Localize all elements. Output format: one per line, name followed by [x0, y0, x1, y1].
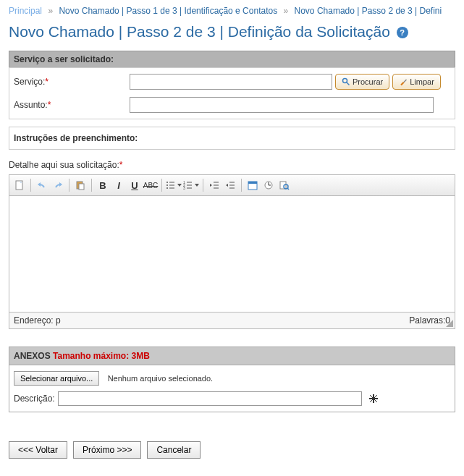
- editor-toolbar: B I U ABC 123: [9, 175, 455, 196]
- detail-label: Detalhe aqui sua solicitação:*: [9, 160, 455, 170]
- date-icon[interactable]: [245, 178, 260, 192]
- svg-line-1: [347, 82, 350, 85]
- descricao-label: Descrição:: [14, 394, 55, 404]
- servico-label: Serviço:*: [14, 77, 130, 87]
- bullet-list-icon[interactable]: [166, 180, 182, 190]
- newdoc-icon[interactable]: [12, 178, 27, 192]
- cancel-button[interactable]: Cancelar: [147, 441, 201, 459]
- redo-icon[interactable]: [51, 178, 65, 192]
- descricao-input[interactable]: [58, 391, 362, 406]
- instructions-box: Instruções de preenchimento:: [9, 127, 455, 150]
- strike-icon[interactable]: ABC: [143, 178, 158, 192]
- rich-text-editor: B I U ABC 123 Endereço: p Palavras:0: [9, 174, 455, 329]
- limpar-button[interactable]: Limpar: [392, 74, 441, 90]
- underline-icon[interactable]: U: [127, 178, 142, 192]
- svg-line-2: [404, 80, 407, 82]
- svg-rect-25: [248, 182, 257, 184]
- assunto-input[interactable]: [130, 97, 434, 113]
- breadcrumb-sep: »: [284, 6, 289, 16]
- breadcrumb-sep: »: [48, 6, 53, 16]
- svg-point-10: [166, 187, 168, 189]
- service-section-header: Serviço a ser solicitado:: [9, 51, 455, 67]
- svg-point-0: [343, 79, 347, 83]
- attachments-header: ANEXOS Tamanho máximo: 3MB: [9, 347, 455, 365]
- editor-footer: Endereço: p Palavras:0: [9, 312, 455, 328]
- editor-textarea[interactable]: [9, 196, 455, 312]
- breadcrumb-link-step1[interactable]: Novo Chamado | Passo 1 de 3 | Identifica…: [59, 6, 277, 16]
- svg-point-8: [166, 184, 168, 186]
- indent-icon[interactable]: [223, 178, 237, 192]
- choose-file-button[interactable]: Selecionar arquivo...: [14, 371, 99, 386]
- file-status: Nenhum arquivo selecionado.: [108, 374, 214, 383]
- preview-icon[interactable]: [277, 178, 292, 192]
- outdent-icon[interactable]: [207, 178, 222, 192]
- page-title: Novo Chamado | Passo 2 de 3 | Definição …: [9, 23, 455, 41]
- service-section-body: Serviço:* Procurar Limpar Assunto:*: [9, 67, 455, 119]
- broom-icon: [399, 77, 408, 86]
- editor-word-count: Palavras:0: [409, 315, 450, 326]
- svg-line-31: [287, 188, 289, 190]
- search-icon: [342, 77, 350, 86]
- nav-buttons: <<< Voltar Próximo >>> Cancelar: [9, 441, 455, 459]
- number-list-icon[interactable]: 123: [183, 180, 199, 190]
- attachments-section: ANEXOS Tamanho máximo: 3MB Selecionar ar…: [9, 347, 455, 412]
- svg-text:3: 3: [183, 186, 185, 190]
- add-attachment-icon[interactable]: [368, 393, 379, 404]
- assunto-label: Assunto:*: [14, 100, 130, 110]
- breadcrumb-link-step2[interactable]: Novo Chamado | Passo 2 de 3 | Defini: [295, 6, 442, 16]
- italic-icon[interactable]: I: [111, 178, 126, 192]
- undo-icon[interactable]: [35, 178, 49, 192]
- svg-rect-5: [79, 184, 84, 190]
- breadcrumb-link-principal[interactable]: Principal: [9, 6, 42, 16]
- servico-input[interactable]: [130, 74, 332, 90]
- time-icon[interactable]: [261, 178, 276, 192]
- resize-handle-icon[interactable]: [446, 320, 453, 327]
- help-icon[interactable]: ?: [397, 27, 408, 38]
- next-button[interactable]: Próximo >>>: [73, 441, 141, 459]
- bold-icon[interactable]: B: [96, 178, 110, 192]
- paste-icon[interactable]: [73, 178, 88, 192]
- editor-path: Endereço: p: [14, 315, 61, 326]
- svg-point-6: [166, 182, 168, 183]
- breadcrumb: Principal » Novo Chamado | Passo 1 de 3 …: [9, 6, 455, 16]
- back-button[interactable]: <<< Voltar: [9, 441, 67, 459]
- procurar-button[interactable]: Procurar: [335, 74, 389, 90]
